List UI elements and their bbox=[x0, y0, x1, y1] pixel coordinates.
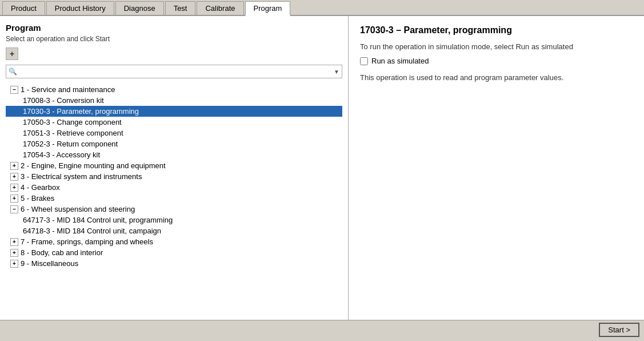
expand-icon-8[interactable]: + bbox=[10, 249, 18, 257]
checkbox-row: Run as simulated bbox=[360, 57, 633, 65]
tree-group-4[interactable]: + 4 - Gearbox bbox=[6, 182, 342, 193]
tree: – 1 - Service and maintenance 17008-3 - … bbox=[6, 84, 342, 269]
tab-diagnose[interactable]: Diagnose bbox=[115, 1, 164, 15]
tree-group-2[interactable]: + 2 - Engine, Engine mounting and equipm… bbox=[6, 160, 342, 171]
tree-group-5[interactable]: + 5 - Brakes bbox=[6, 193, 342, 204]
expand-icon-3[interactable]: + bbox=[10, 173, 18, 181]
left-panel: Program Select an operation and click St… bbox=[0, 16, 349, 320]
tab-bar: Product Product History Diagnose Test Ca… bbox=[0, 0, 644, 16]
right-panel: 17030-3 – Parameter, programming To run … bbox=[349, 16, 644, 320]
tree-group-6[interactable]: – 6 - Wheel suspension and steering bbox=[6, 204, 342, 215]
tree-group-9[interactable]: + 9 - Miscellaneous bbox=[6, 258, 342, 269]
tab-product-history[interactable]: Product History bbox=[46, 1, 114, 15]
main-content: Program Select an operation and click St… bbox=[0, 16, 644, 320]
tree-item-8[interactable]: 64718-3 - MID 184 Control unit, campaign bbox=[6, 225, 342, 236]
tab-program[interactable]: Program bbox=[245, 1, 291, 16]
search-input[interactable] bbox=[19, 68, 334, 76]
tab-test[interactable]: Test bbox=[165, 1, 196, 15]
tree-item-2[interactable]: 17030-3 - Parameter, programming bbox=[6, 106, 342, 117]
tree-group-7[interactable]: + 7 - Frame, springs, damping and wheels bbox=[6, 236, 342, 247]
tree-group-3-label: 3 - Electrical system and instruments bbox=[21, 172, 142, 181]
tree-group-7-label: 7 - Frame, springs, damping and wheels bbox=[21, 237, 153, 246]
tree-item-7[interactable]: 64717-3 - MID 184 Control unit, programm… bbox=[6, 215, 342, 225]
operation-desc: This operation is used to read and progr… bbox=[360, 73, 633, 82]
tab-calibrate[interactable]: Calibrate bbox=[197, 1, 243, 15]
toolbar: + bbox=[6, 47, 342, 60]
tree-group-3[interactable]: + 3 - Electrical system and instruments bbox=[6, 171, 342, 182]
tree-group-2-label: 2 - Engine, Engine mounting and equipmen… bbox=[21, 161, 166, 170]
collapse-icon-6[interactable]: – bbox=[10, 205, 18, 213]
tree-group-6-label: 6 - Wheel suspension and steering bbox=[21, 205, 135, 213]
tree-item-3[interactable]: 17050-3 - Change component bbox=[6, 117, 342, 128]
expand-icon-4[interactable]: + bbox=[10, 184, 18, 192]
tab-product[interactable]: Product bbox=[2, 1, 45, 15]
dropdown-arrow-icon[interactable]: ▼ bbox=[334, 69, 339, 75]
tree-group-4-label: 4 - Gearbox bbox=[21, 183, 60, 192]
tree-group-1-label: 1 - Service and maintenance bbox=[21, 85, 115, 94]
tree-group-8[interactable]: + 8 - Body, cab and interior bbox=[6, 247, 342, 258]
panel-title: Program bbox=[6, 23, 342, 33]
collapse-icon-1[interactable]: – bbox=[10, 86, 18, 94]
run-as-simulated-checkbox[interactable] bbox=[360, 57, 368, 65]
tree-group-1[interactable]: – 1 - Service and maintenance bbox=[6, 84, 342, 95]
tree-item-5[interactable]: 17052-3 - Return component bbox=[6, 138, 342, 149]
expand-icon-2[interactable]: + bbox=[10, 162, 18, 170]
tree-group-9-label: 9 - Miscellaneous bbox=[21, 259, 78, 268]
search-icon: 🔍 bbox=[9, 68, 17, 76]
right-panel-title: 17030-3 – Parameter, programming bbox=[360, 25, 633, 35]
expand-icon-7[interactable]: + bbox=[10, 238, 18, 246]
expand-icon-5[interactable]: + bbox=[10, 195, 18, 203]
search-bar[interactable]: 🔍 ▼ bbox=[6, 65, 342, 78]
tree-group-8-label: 8 - Body, cab and interior bbox=[21, 248, 103, 257]
expand-icon-btn[interactable]: + bbox=[6, 47, 18, 60]
tree-group-5-label: 5 - Brakes bbox=[21, 194, 54, 203]
tree-item-4[interactable]: 17051-3 - Retrieve component bbox=[6, 128, 342, 138]
start-button[interactable]: Start > bbox=[599, 323, 639, 337]
tree-item-1[interactable]: 17008-3 - Conversion kit bbox=[6, 95, 342, 106]
bottom-bar: Start > bbox=[0, 320, 644, 339]
simulation-desc: To run the operation in simulation mode,… bbox=[360, 42, 633, 51]
tree-item-6[interactable]: 17054-3 - Accessory kit bbox=[6, 149, 342, 160]
panel-subtitle: Select an operation and click Start bbox=[6, 35, 342, 43]
checkbox-label: Run as simulated bbox=[371, 57, 429, 65]
expand-icon-9[interactable]: + bbox=[10, 260, 18, 268]
